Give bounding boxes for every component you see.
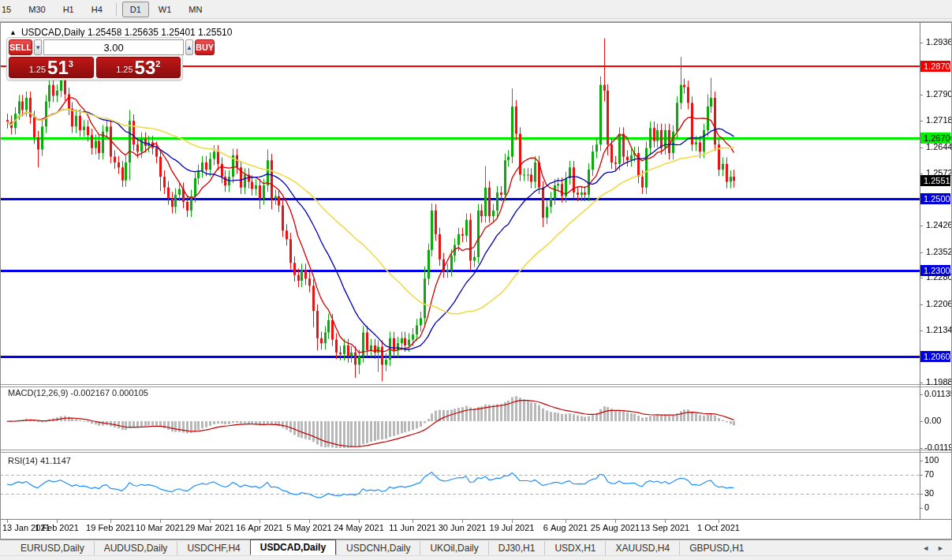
ask-sup: 2	[155, 59, 160, 69]
rsi-label: RSI(14) 41.1147	[8, 456, 71, 465]
chart-title: ▲ USDCAD,Daily 1.25458 1.25635 1.25401 1…	[9, 27, 232, 38]
timeframe-button-h1[interactable]: H1	[55, 2, 82, 17]
volume-increase-button[interactable]: ▲	[185, 39, 193, 55]
chart-tab-xauusd[interactable]: XAUUSD,H4	[605, 541, 679, 555]
bottom-strip	[0, 555, 952, 560]
ask-prefix: 1.25	[116, 65, 133, 74]
chart-tab-ukoil[interactable]: UKOil,Daily	[420, 541, 487, 555]
chart-tab-eurusd[interactable]: EURUSD,Daily	[11, 541, 94, 555]
ask-big: 53	[135, 59, 156, 77]
timeframe-button-d1[interactable]: D1	[122, 2, 149, 17]
timeframe-button-m30[interactable]: M30	[21, 2, 53, 17]
timeframe-button-mn[interactable]: MN	[181, 2, 210, 17]
chart-tab-gbpusd[interactable]: GBPUSD,H1	[679, 541, 753, 555]
bid-prefix: 1.25	[29, 65, 46, 74]
one-click-trade-panel: SELL ▼ ▲ BUY 1.25513 1.25532	[6, 37, 183, 80]
chart-tab-usdchf[interactable]: USDCHF,H4	[177, 541, 249, 555]
timeframe-toolbar: 15M30H1H4D1W1MN	[0, 0, 952, 19]
tab-scroll-right-icon[interactable]: ►	[937, 544, 944, 552]
timeframe-button-w1[interactable]: W1	[151, 2, 180, 17]
timeframe-button-h4[interactable]: H4	[84, 2, 110, 17]
bid-sup: 3	[69, 59, 73, 69]
sell-button[interactable]: SELL	[9, 39, 32, 55]
chart-tab-usdx[interactable]: USDX,H1	[544, 541, 605, 555]
ask-quote[interactable]: 1.25532	[96, 57, 181, 78]
chart-canvas[interactable]	[0, 22, 952, 539]
buy-button[interactable]: BUY	[195, 39, 215, 55]
chevron-up-icon: ▲	[186, 44, 192, 51]
toolbar-separator	[116, 3, 117, 16]
chart-tab-usdcad[interactable]: USDCAD,Daily	[250, 539, 336, 555]
chart-tab-usdcnh[interactable]: USDCNH,Daily	[336, 541, 420, 555]
volume-decrease-button[interactable]: ▼	[34, 39, 42, 55]
symbol-ohlc-title: USDCAD,Daily 1.25458 1.25635 1.25401 1.2…	[21, 27, 233, 38]
tab-scroll-left-icon[interactable]: ◄	[922, 544, 929, 552]
chevron-down-icon: ▼	[35, 44, 41, 51]
symbol-tabbar: EURUSD,DailyAUDUSD,DailyUSDCHF,H4USDCAD,…	[0, 539, 952, 555]
timeframe-button-15[interactable]: 15	[0, 2, 19, 17]
chart-tab-audusd[interactable]: AUDUSD,Daily	[94, 541, 177, 555]
chart-tab-dj30[interactable]: DJ30,H1	[488, 541, 545, 555]
tab-scroll-controls: ◄►	[922, 544, 952, 555]
collapse-icon[interactable]: ▲	[9, 28, 17, 36]
volume-input[interactable]	[43, 39, 184, 55]
bid-quote[interactable]: 1.25513	[9, 57, 94, 78]
bid-big: 51	[47, 59, 69, 77]
macd-label: MACD(12,26,9) -0.002167 0.000105	[8, 388, 148, 398]
